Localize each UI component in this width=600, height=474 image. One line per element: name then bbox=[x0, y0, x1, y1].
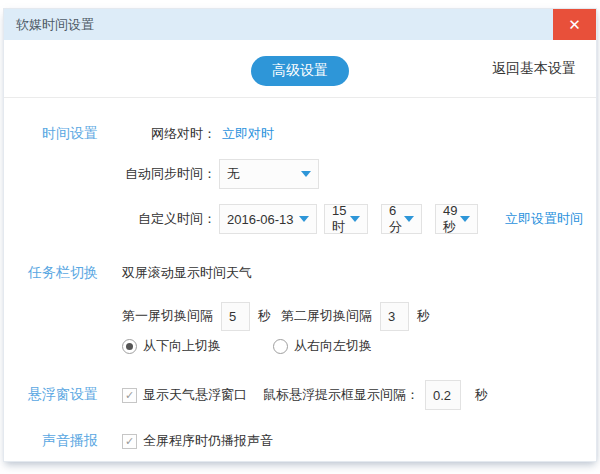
radio-right-left-label: 从右向左切换 bbox=[294, 337, 372, 355]
show-weather-checkbox[interactable]: ✓ bbox=[122, 388, 137, 403]
first-interval-input[interactable] bbox=[221, 302, 250, 331]
close-icon: ✕ bbox=[568, 16, 581, 34]
floating-window-row: 悬浮窗设置 ✓ 显示天气悬浮窗口 鼠标悬浮提示框显示间隔： 秒 bbox=[4, 380, 596, 410]
close-button[interactable]: ✕ bbox=[553, 9, 596, 40]
minute-value: 6分 bbox=[389, 203, 404, 236]
autosync-value: 无 bbox=[227, 165, 240, 183]
section-label-taskbar: 任务栏切换 bbox=[4, 264, 98, 282]
minute-select[interactable]: 6分 bbox=[381, 204, 422, 234]
chevron-down-icon bbox=[404, 216, 414, 222]
chevron-down-icon bbox=[350, 216, 360, 222]
show-weather-label: 显示天气悬浮窗口 bbox=[143, 386, 247, 404]
custom-time-label: 自定义时间： bbox=[98, 210, 216, 228]
time-settings-dialog: 软媒时间设置 ✕ 高级设置 返回基本设置 时间设置 网络对时： 立即对时 自动同… bbox=[3, 8, 597, 462]
autosync-row: 自动同步时间： 无 bbox=[4, 159, 596, 189]
first-interval-unit: 秒 bbox=[258, 307, 271, 325]
hover-interval-unit: 秒 bbox=[475, 386, 488, 404]
hour-select[interactable]: 15时 bbox=[324, 204, 368, 234]
set-time-now-link[interactable]: 立即设置时间 bbox=[505, 210, 583, 228]
chevron-down-icon bbox=[299, 216, 309, 222]
second-value: 49秒 bbox=[443, 203, 460, 236]
taskbar-section-row: 任务栏切换 双屏滚动显示时间天气 bbox=[4, 257, 596, 289]
hover-interval-input[interactable] bbox=[425, 380, 461, 410]
first-interval-label: 第一屏切换间隔 bbox=[122, 307, 213, 325]
second-select[interactable]: 49秒 bbox=[435, 204, 478, 234]
network-time-row: 时间设置 网络对时： 立即对时 bbox=[4, 118, 596, 150]
window-title: 软媒时间设置 bbox=[4, 16, 94, 34]
chevron-down-icon bbox=[301, 171, 311, 177]
second-interval-input[interactable] bbox=[380, 302, 409, 331]
date-value: 2016-06-13 bbox=[227, 212, 294, 227]
date-select[interactable]: 2016-06-13 bbox=[219, 204, 317, 234]
autosync-select[interactable]: 无 bbox=[219, 159, 319, 189]
network-time-label: 网络对时： bbox=[98, 125, 216, 143]
back-to-basic-link[interactable]: 返回基本设置 bbox=[492, 40, 576, 98]
radio-bottom-up[interactable] bbox=[122, 339, 137, 354]
sync-now-link[interactable]: 立即对时 bbox=[222, 125, 274, 143]
check-icon: ✓ bbox=[125, 389, 134, 401]
section-label-floating: 悬浮窗设置 bbox=[4, 386, 98, 404]
custom-time-row: 自定义时间： 2016-06-13 15时 6分 49秒 立即设置时间 bbox=[4, 204, 596, 234]
interval-row: 第一屏切换间隔 秒 第二屏切换间隔 秒 bbox=[4, 301, 596, 331]
sound-broadcast-row: 声音播报 ✓ 全屏程序时仍播报声音 bbox=[4, 426, 596, 456]
hour-value: 15时 bbox=[332, 203, 350, 236]
fullscreen-broadcast-checkbox[interactable]: ✓ bbox=[122, 434, 137, 449]
taskbar-description: 双屏滚动显示时间天气 bbox=[122, 264, 252, 282]
hover-interval-label: 鼠标悬浮提示框显示间隔： bbox=[263, 386, 419, 404]
section-label-sound: 声音播报 bbox=[4, 432, 98, 450]
second-interval-label: 第二屏切换间隔 bbox=[281, 307, 372, 325]
advanced-settings-button[interactable]: 高级设置 bbox=[251, 56, 349, 86]
check-icon: ✓ bbox=[125, 435, 134, 447]
header-bar: 高级设置 返回基本设置 bbox=[4, 40, 596, 98]
titlebar[interactable]: 软媒时间设置 ✕ bbox=[4, 9, 596, 40]
radio-right-left[interactable] bbox=[273, 339, 288, 354]
switch-direction-row: 从下向上切换 从右向左切换 bbox=[4, 331, 596, 361]
fullscreen-broadcast-label: 全屏程序时仍播报声音 bbox=[143, 432, 273, 450]
radio-bottom-up-label: 从下向上切换 bbox=[143, 337, 221, 355]
chevron-down-icon bbox=[460, 216, 470, 222]
second-interval-unit: 秒 bbox=[417, 307, 430, 325]
autosync-label: 自动同步时间： bbox=[98, 165, 216, 183]
section-label-time: 时间设置 bbox=[4, 125, 98, 143]
